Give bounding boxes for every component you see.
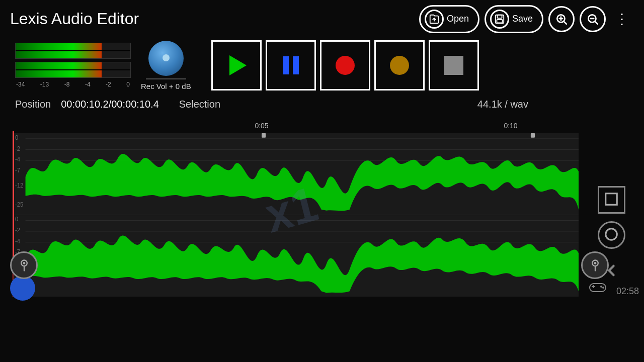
gamepad-icon: [589, 282, 606, 294]
waveform-display[interactable]: 0 -2 -4 -7 -12 -25 0 -2 -4 -7 -12 -25: [13, 133, 579, 297]
svg-text:-2: -2: [15, 145, 20, 151]
vu-label-2: -13: [40, 81, 49, 88]
svg-rect-9: [606, 194, 617, 205]
vu-label-1: -34: [16, 81, 25, 88]
volume-knob[interactable]: [148, 41, 184, 76]
svg-point-38: [600, 286, 602, 288]
vu-bar-top: [15, 43, 131, 59]
save-label: Save: [512, 14, 533, 24]
header-controls: Open Save: [419, 5, 634, 33]
controls-row: -34 -13 -8 -4 -2 0 Rec Vol + 0 dB: [0, 38, 644, 93]
open-icon: [425, 10, 444, 29]
more-icon: ⋮: [615, 11, 630, 27]
record-pause-icon: [390, 56, 409, 75]
circle-button[interactable]: [598, 221, 625, 249]
svg-point-39: [602, 287, 604, 289]
svg-point-8: [594, 262, 596, 264]
svg-text:-4: -4: [15, 156, 21, 162]
time-marker-10s: 0:10: [504, 122, 517, 130]
stop-icon: [444, 56, 463, 75]
save-icon: [490, 10, 509, 29]
time-remaining-display: 02:58: [616, 286, 639, 297]
svg-text:-4: -4: [15, 238, 21, 244]
play-icon: [229, 55, 247, 75]
playhead: [13, 131, 14, 274]
waveform-section: 0:05 0:10 0 -2 -4 -7 -12 -25 0 -2 -4 -7: [0, 116, 644, 302]
vu-label-3: -8: [64, 81, 70, 88]
pause-bar-right: [293, 56, 299, 74]
record-button[interactable]: [320, 40, 370, 90]
volume-knob-indicator: [163, 54, 170, 61]
left-marker-icon: [17, 258, 31, 273]
record-pause-button[interactable]: [374, 40, 425, 90]
square-button[interactable]: [598, 186, 625, 214]
svg-text:0: 0: [15, 216, 18, 222]
open-label: Open: [447, 14, 469, 24]
svg-text:-2: -2: [15, 227, 20, 233]
gamepad-button[interactable]: [589, 282, 606, 297]
position-label: Position: [15, 99, 51, 110]
vu-meter: -34 -13 -8 -4 -2 0: [15, 43, 131, 88]
header: Lexis Audio Editor Open Save: [0, 0, 644, 38]
vu-center-line-top: [16, 50, 130, 51]
pause-icon: [283, 56, 299, 74]
stop-button[interactable]: [429, 40, 479, 90]
svg-rect-1: [497, 15, 502, 18]
svg-text:-25: -25: [15, 202, 23, 208]
zoom-out-button[interactable]: [580, 6, 606, 32]
waveform-svg: 0 -2 -4 -7 -12 -25 0 -2 -4 -7 -12 -25: [13, 133, 579, 297]
right-marker-handle[interactable]: [581, 251, 609, 279]
svg-point-10: [606, 229, 617, 240]
vu-labels: -34 -13 -8 -4 -2 0: [15, 81, 131, 88]
svg-rect-2: [497, 19, 502, 22]
timeline-ruler: 0:05 0:10: [13, 122, 579, 132]
app-title: Lexis Audio Editor: [10, 10, 419, 28]
transport-controls: [211, 40, 479, 90]
left-marker-handle[interactable]: [10, 251, 38, 279]
svg-text:-7: -7: [15, 167, 20, 173]
vu-label-5: -2: [106, 81, 111, 88]
bottom-controls: 02:58: [0, 274, 644, 302]
svg-text:-12: -12: [15, 183, 23, 189]
bottom-circle-button[interactable]: [10, 276, 35, 301]
time-marker-5s: 0:05: [255, 122, 268, 130]
position-value: 00:00:10.2/00:00:10.4: [61, 99, 159, 110]
volume-label: Rec Vol + 0 dB: [141, 82, 191, 90]
save-button[interactable]: Save: [485, 5, 543, 33]
svg-point-6: [23, 262, 25, 264]
zoom-in-button[interactable]: [548, 6, 575, 32]
info-row: Position 00:00:10.2/00:00:10.4 Selection…: [0, 93, 644, 116]
vu-center-line-bottom: [16, 69, 130, 70]
volume-slider-track: [146, 78, 186, 79]
play-button[interactable]: [211, 40, 262, 90]
pause-bar-left: [283, 56, 289, 74]
svg-text:0: 0: [15, 135, 18, 141]
svg-rect-32: [531, 133, 535, 138]
pause-button[interactable]: [266, 40, 316, 90]
right-marker-icon: [588, 258, 602, 273]
more-menu-button[interactable]: ⋮: [611, 9, 634, 29]
svg-rect-37: [593, 285, 594, 288]
vu-label-6: 0: [126, 81, 130, 88]
circle-icon: [604, 227, 619, 242]
vu-label-4: -4: [85, 81, 91, 88]
volume-knob-area: Rec Vol + 0 dB: [141, 41, 191, 90]
square-icon: [604, 192, 619, 207]
selection-label: Selection: [179, 99, 220, 110]
vu-bar-bottom: [15, 62, 131, 78]
svg-rect-31: [262, 133, 266, 138]
open-button[interactable]: Open: [419, 5, 479, 33]
record-icon: [336, 56, 355, 75]
format-info: 44.1k / wav: [477, 99, 528, 110]
